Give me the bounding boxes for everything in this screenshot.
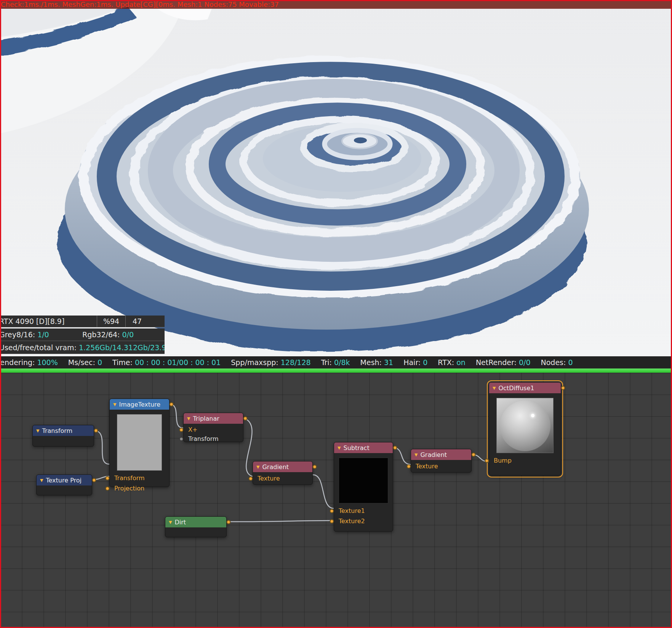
status-mssec: Ms/sec:0: [68, 358, 102, 367]
gpu-rgb-buffers: Rgb32/64: 0/0: [79, 328, 137, 341]
status-mesh: Mesh:31: [360, 358, 394, 367]
output-pin[interactable]: [561, 386, 565, 390]
node-title: Subtract: [343, 444, 369, 452]
wire[interactable]: [243, 418, 253, 476]
node-dirt[interactable]: ▼ Dirt: [165, 516, 227, 537]
node-title: Texture Proj: [46, 477, 81, 484]
debug-stats-text: Check:1ms./1ms. MeshGen:1ms. Update[CG][…: [0, 0, 672, 9]
pin-row-transform[interactable]: Transform: [110, 473, 169, 483]
texture-preview-thumbnail: [339, 458, 388, 503]
node-triplanar-header[interactable]: ▼ Triplanar: [184, 413, 243, 424]
input-pin[interactable]: [330, 509, 334, 513]
input-pin[interactable]: [249, 476, 253, 481]
gpu-vram-value: 1.256Gb/14.312Gb/23.98: [79, 343, 165, 352]
output-pin[interactable]: [313, 465, 317, 469]
collapse-triangle-icon[interactable]: ▼: [414, 453, 418, 457]
pin-label: X+: [188, 426, 197, 433]
wire[interactable]: [227, 521, 334, 522]
gpu-utilization: %94: [97, 316, 126, 327]
collapse-triangle-icon[interactable]: ▼: [169, 520, 172, 524]
node-subtract[interactable]: ▼ Subtract Texture1 Texture2: [334, 442, 393, 532]
gpu-temperature: 47: [126, 316, 164, 327]
gpu-rgb-label: Rgb32/64:: [82, 330, 120, 339]
pin-label: Texture1: [339, 507, 365, 514]
pin-label: Transform: [114, 474, 145, 482]
pin-label: Texture2: [339, 517, 365, 525]
node-title: Transform: [42, 427, 72, 434]
collapse-triangle-icon[interactable]: ▼: [113, 402, 116, 407]
node-triplanar[interactable]: ▼ Triplanar X+ Transform: [183, 413, 243, 442]
pin-row-xplus[interactable]: X+: [184, 425, 243, 434]
collapse-triangle-icon[interactable]: ▼: [493, 386, 496, 390]
pin-row-transform[interactable]: Transform: [184, 434, 243, 443]
material-preview-thumbnail: [496, 398, 554, 453]
output-pin[interactable]: [472, 453, 476, 457]
node-transform[interactable]: ▼ Transform: [32, 425, 94, 447]
node-title: OctDiffuse1: [498, 384, 534, 392]
render-status-bar: Rendering:100% Ms/sec:0 Time:00 : 00 : 0…: [0, 356, 672, 368]
node-textureproj-header[interactable]: ▼ Texture Proj: [37, 475, 92, 485]
pin-row-texture1[interactable]: Texture1: [334, 506, 393, 516]
collapse-triangle-icon[interactable]: ▼: [40, 478, 43, 482]
output-pin[interactable]: [92, 478, 96, 482]
gpu-vram-label: Used/free/total vram:: [0, 343, 77, 352]
collapse-triangle-icon[interactable]: ▼: [256, 465, 259, 469]
pin-row-texture[interactable]: Texture: [411, 461, 471, 471]
node-transform-header[interactable]: ▼ Transform: [33, 425, 94, 436]
node-subtract-header[interactable]: ▼ Subtract: [334, 442, 393, 453]
node-gradient2-header[interactable]: ▼ Gradient: [411, 449, 471, 460]
output-pin[interactable]: [243, 417, 248, 421]
node-gradient1-header[interactable]: ▼ Gradient: [253, 461, 312, 472]
collapse-triangle-icon[interactable]: ▼: [36, 429, 39, 433]
status-rendering: Rendering:100%: [0, 358, 58, 367]
input-pin[interactable]: [106, 486, 110, 490]
node-gradient-2[interactable]: ▼ Gradient Texture: [411, 449, 472, 473]
node-imagetexture[interactable]: ▼ ImageTexture Transform Projection: [109, 399, 170, 487]
input-pin[interactable]: [330, 519, 334, 523]
node-title: Dirt: [174, 519, 186, 526]
wire[interactable]: [393, 447, 411, 465]
output-pin[interactable]: [94, 429, 98, 433]
node-graph-canvas[interactable]: ▼ Transform ▼ ImageTexture Transform Pro…: [0, 373, 672, 628]
node-textureproj[interactable]: ▼ Texture Proj: [36, 474, 92, 495]
pin-label: Bump: [494, 457, 512, 464]
render-progress-bar: [0, 368, 672, 373]
node-gradient-1[interactable]: ▼ Gradient Texture: [253, 461, 313, 485]
output-pin[interactable]: [227, 520, 231, 524]
status-hair: Hair:0: [403, 358, 427, 367]
gpu-device-row: RTX 4090 [D][8.9] %94 47: [0, 316, 165, 327]
output-pin[interactable]: [393, 446, 397, 450]
node-dirt-header[interactable]: ▼ Dirt: [165, 517, 226, 527]
status-nodes: Nodes:0: [541, 358, 573, 367]
input-pin[interactable]: [106, 476, 110, 480]
texture-preview-thumbnail: [117, 414, 162, 471]
gpu-device-name: RTX 4090 [D][8.9]: [0, 316, 97, 327]
status-tri: Tri:0/8k: [321, 358, 350, 367]
collapse-triangle-icon[interactable]: ▼: [338, 446, 341, 450]
input-pin[interactable]: [179, 428, 184, 432]
render-3d-scene[interactable]: [0, 0, 672, 356]
node-octdiffuse1[interactable]: ▼ OctDiffuse1 Bump: [489, 382, 561, 476]
wire[interactable]: [170, 404, 183, 428]
input-pin[interactable]: [485, 458, 489, 463]
input-pin[interactable]: [407, 464, 411, 468]
pin-row-texture[interactable]: Texture: [253, 473, 312, 484]
node-imagetexture-header[interactable]: ▼ ImageTexture: [110, 399, 169, 410]
pin-row-texture2[interactable]: Texture2: [334, 516, 393, 526]
node-octdiffuse1-header[interactable]: ▼ OctDiffuse1: [489, 383, 561, 393]
render-viewport[interactable]: Check:1ms./1ms. MeshGen:1ms. Update[CG][…: [0, 0, 672, 356]
collapse-triangle-icon[interactable]: ▼: [187, 417, 190, 421]
pin-row-bump[interactable]: Bump: [489, 455, 561, 466]
spiral-disc-render: [57, 58, 589, 352]
status-time: Time:00 : 00 : 01/00 : 00 : 01: [112, 358, 221, 367]
gpu-stats-panel: RTX 4090 [D][8.9] %94 47 Grey8/16: 1/0 R…: [0, 316, 165, 354]
node-title: Gradient: [420, 451, 447, 458]
gpu-buffers-row: Grey8/16: 1/0 Rgb32/64: 0/0: [0, 328, 165, 341]
pin-row-projection[interactable]: Projection: [110, 483, 169, 493]
status-rtx: RTX:on: [438, 358, 466, 367]
output-pin[interactable]: [170, 402, 174, 407]
wire[interactable]: [313, 475, 334, 508]
status-spp: Spp/maxspp:128/128: [231, 358, 310, 367]
input-pin[interactable]: [179, 437, 184, 441]
wire[interactable]: [94, 431, 109, 464]
